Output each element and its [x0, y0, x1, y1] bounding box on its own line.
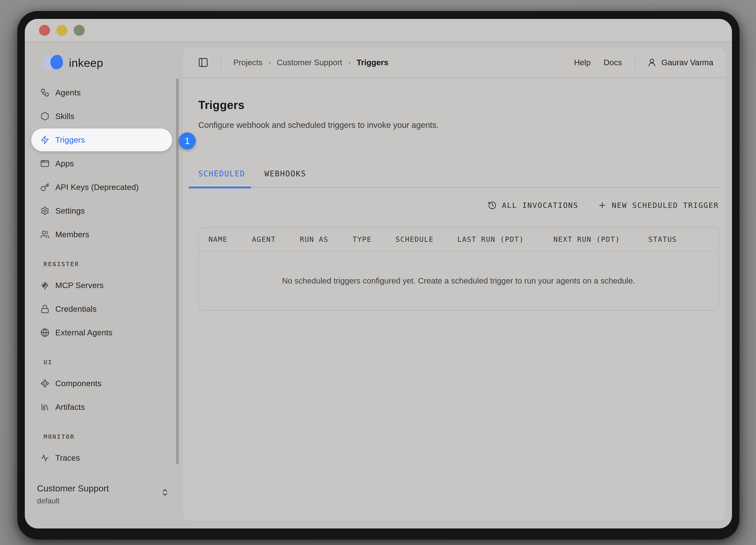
sidebar-item-triggers[interactable]: Triggers [31, 128, 172, 151]
breadcrumb-separator: › [268, 58, 271, 67]
all-invocations-button[interactable]: ALL INVOCATIONS [488, 201, 578, 210]
project-environment: default [37, 497, 175, 505]
user-icon [647, 58, 657, 67]
app-body: inkeep Agents Skills Triggers [25, 42, 732, 528]
sidebar: inkeep Agents Skills Triggers [25, 42, 182, 528]
column-header-schedule: SCHEDULE [396, 235, 457, 243]
sidebar-item-label: Components [55, 379, 101, 388]
sidebar-section-ui: UI [44, 359, 172, 366]
breadcrumb-triggers: Triggers [357, 58, 388, 67]
panel-body: Triggers Configure webhook and scheduled… [183, 78, 726, 521]
sidebar-item-apps[interactable]: Apps [31, 152, 172, 175]
page-title: Triggers [198, 98, 726, 112]
user-menu[interactable]: Gaurav Varma [647, 58, 713, 67]
new-scheduled-trigger-button[interactable]: NEW SCHEDULED TRIGGER [598, 201, 719, 210]
component-icon [40, 379, 49, 388]
gear-icon [40, 206, 49, 215]
annotation-step-number: 1 [185, 135, 190, 146]
project-name: Customer Support [37, 483, 175, 494]
sidebar-item-label: Credentials [55, 305, 97, 314]
actions-row: ALL INVOCATIONS NEW SCHEDULED TRIGGER [198, 201, 719, 210]
user-name: Gaurav Varma [661, 58, 713, 67]
panel-left-toggle-icon[interactable] [198, 57, 208, 68]
panel-header: Projects › Customer Support › Triggers H… [183, 47, 726, 78]
tab-webhooks[interactable]: WEBHOOKS [264, 169, 306, 187]
sidebar-item-components[interactable]: Components [31, 372, 172, 395]
users-icon [40, 230, 49, 239]
sidebar-item-members[interactable]: Members [31, 223, 172, 246]
all-invocations-label: ALL INVOCATIONS [502, 201, 578, 210]
hexagon-icon [40, 112, 49, 121]
sidebar-item-mcp-servers[interactable]: MCP Servers [31, 274, 172, 297]
close-window-button[interactable] [39, 25, 50, 36]
sidebar-item-label: Members [55, 230, 89, 239]
breadcrumb: Projects › Customer Support › Triggers [233, 58, 388, 67]
scheduled-triggers-table: NAME AGENT RUN AS TYPE SCHEDULE LAST RUN… [198, 227, 719, 311]
workflow-icon [40, 88, 49, 97]
sidebar-scrollbar[interactable] [176, 78, 179, 464]
sidebar-item-label: Apps [55, 159, 74, 168]
help-link[interactable]: Help [574, 58, 591, 67]
zap-icon [40, 135, 49, 144]
sidebar-item-label: External Agents [55, 328, 112, 337]
sidebar-item-api-keys[interactable]: API Keys (Deprecated) [31, 176, 172, 198]
main-area: Projects › Customer Support › Triggers H… [182, 42, 732, 528]
sidebar-item-label: Traces [55, 453, 80, 463]
breadcrumb-projects[interactable]: Projects [233, 58, 262, 67]
app-window: inkeep Agents Skills Triggers [17, 11, 739, 539]
sidebar-item-label: MCP Servers [55, 281, 104, 290]
breadcrumb-customer-support[interactable]: Customer Support [277, 58, 342, 67]
project-switcher[interactable]: Customer Support default [37, 483, 175, 505]
sidebar-item-credentials[interactable]: Credentials [31, 298, 172, 321]
inkeep-logo-text: inkeep [69, 56, 103, 69]
chevrons-up-down-icon [161, 488, 169, 499]
docs-link[interactable]: Docs [604, 58, 622, 67]
inkeep-logo-icon [43, 55, 63, 70]
sidebar-item-agents[interactable]: Agents [31, 81, 172, 104]
history-icon [488, 201, 497, 210]
globe-icon [40, 328, 49, 337]
mcp-icon [40, 281, 49, 290]
sidebar-item-artifacts[interactable]: Artifacts [31, 396, 172, 419]
sidebar-section-register: REGISTER [44, 260, 172, 267]
sidebar-item-label: Settings [55, 206, 85, 215]
inkeep-logo: inkeep [43, 54, 182, 71]
column-header-last-run: LAST RUN (PDT) [457, 235, 553, 243]
sidebar-item-label: Skills [55, 112, 74, 121]
key-icon [40, 183, 49, 192]
sidebar-item-settings[interactable]: Settings [31, 199, 172, 222]
sidebar-item-label: Agents [55, 88, 81, 97]
activity-icon [40, 453, 49, 462]
empty-state-message: No scheduled triggers configured yet. Cr… [199, 251, 718, 310]
column-header-next-run: NEXT RUN (PDT) [553, 235, 648, 243]
tab-bar: SCHEDULED WEBHOOKS [198, 169, 719, 188]
plus-icon [598, 201, 607, 210]
app-window-icon [40, 159, 49, 168]
lock-icon [40, 305, 49, 314]
page-description: Configure webhook and scheduled triggers… [198, 120, 726, 130]
zoom-window-button[interactable] [74, 25, 85, 36]
content-panel: Projects › Customer Support › Triggers H… [182, 47, 726, 521]
new-scheduled-trigger-label: NEW SCHEDULED TRIGGER [612, 201, 719, 210]
sidebar-item-skills[interactable]: Skills [31, 105, 172, 128]
window-frame: inkeep Agents Skills Triggers [25, 19, 732, 528]
sidebar-section-monitor: MONITOR [44, 433, 172, 440]
table-header-row: NAME AGENT RUN AS TYPE SCHEDULE LAST RUN… [199, 227, 718, 251]
column-header-status: STATUS [648, 235, 718, 243]
minimize-window-button[interactable] [56, 25, 67, 36]
library-icon [40, 403, 49, 412]
sidebar-item-label: API Keys (Deprecated) [55, 183, 139, 192]
column-header-type: TYPE [353, 235, 396, 243]
sidebar-item-label: Triggers [55, 135, 85, 145]
annotation-step-badge: 1 [179, 132, 196, 149]
titlebar [25, 19, 732, 42]
column-header-run-as: RUN AS [300, 235, 353, 243]
tab-scheduled[interactable]: SCHEDULED [198, 169, 245, 187]
sidebar-item-external-agents[interactable]: External Agents [31, 321, 172, 344]
sidebar-item-traces[interactable]: Traces [31, 447, 172, 469]
column-header-agent: AGENT [252, 235, 300, 243]
sidebar-item-label: Artifacts [55, 403, 85, 412]
breadcrumb-separator: › [348, 58, 351, 67]
column-header-name: NAME [208, 235, 252, 243]
